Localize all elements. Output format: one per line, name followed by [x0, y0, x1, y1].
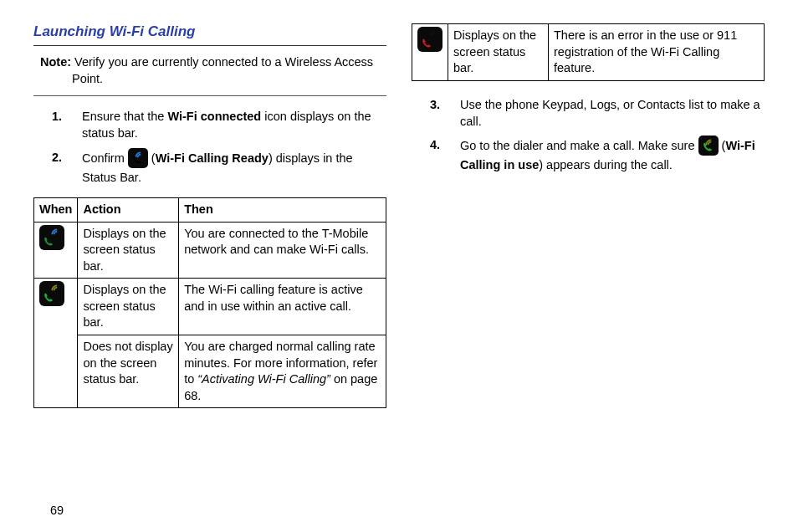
wifi-calling-inuse-icon	[698, 136, 719, 156]
action-cell: Displays on the screen status bar.	[78, 222, 179, 279]
col-action: Action	[78, 198, 179, 223]
wifi-calling-ready-icon	[128, 148, 148, 168]
step-item: 2. Confirm (Wi-Fi Calling Ready) display…	[52, 149, 386, 186]
step-body: Confirm (Wi-Fi Calling Ready) displays i…	[82, 151, 353, 184]
then-cell: You are charged normal calling rate minu…	[179, 335, 386, 407]
divider	[33, 95, 386, 96]
step-number: 1.	[52, 108, 62, 125]
step-number: 4.	[430, 136, 440, 153]
wifi-calling-ready-icon	[39, 225, 64, 250]
left-column: Launching Wi-Fi Calling Note: Verify you…	[33, 23, 386, 408]
right-column: Displays on the screen status bar. There…	[412, 23, 765, 408]
note-text-line2: Point.	[40, 71, 386, 88]
section-title: Launching Wi-Fi Calling	[33, 23, 386, 40]
bold-text: Wi-Fi Calling Ready	[156, 151, 269, 165]
col-then: Then	[179, 198, 386, 223]
step-item: 4. Go to the dialer and make a call. Mak…	[430, 136, 765, 173]
status-table-left: When Action Then Displays on the screen …	[33, 197, 386, 408]
action-cell: Displays on the screen status bar.	[448, 24, 549, 81]
table-row: Does not display on the screen status ba…	[34, 335, 386, 407]
note-label: Note:	[40, 55, 71, 69]
then-cell: You are connected to the T-Mobile networ…	[179, 222, 386, 279]
bold-text: Wi-Fi connected	[167, 110, 261, 123]
icon-cell	[34, 279, 78, 408]
action-cell: Does not display on the screen status ba…	[78, 335, 179, 407]
divider	[33, 45, 386, 46]
col-when: When	[34, 198, 78, 223]
action-cell: Displays on the screen status bar.	[78, 279, 179, 335]
italic-reference: “Activating Wi-Fi Calling”	[197, 372, 330, 386]
then-cell: There is an error in the use or 911 regi…	[549, 24, 765, 81]
steps-list-left: 1. Ensure that the Wi-Fi connected icon …	[33, 108, 386, 186]
table-row: Displays on the screen status bar. The W…	[34, 279, 386, 335]
step-item: 1. Ensure that the Wi-Fi connected icon …	[52, 108, 386, 142]
status-table-right: Displays on the screen status bar. There…	[412, 23, 765, 81]
step-item: 3. Use the phone Keypad, Logs, or Contac…	[430, 96, 765, 130]
note-text-line1: Verify you are currently connected to a …	[74, 55, 373, 69]
step-body: Go to the dialer and make a call. Make s…	[460, 139, 755, 171]
table-row: Displays on the screen status bar. There…	[412, 24, 765, 81]
note-block: Note: Verify you are currently connected…	[33, 54, 386, 87]
step-body: Ensure that the Wi-Fi connected icon dis…	[82, 110, 371, 140]
then-cell: The Wi-Fi calling feature is active and …	[179, 279, 386, 335]
icon-cell	[412, 24, 448, 81]
step-body: Use the phone Keypad, Logs, or Contacts …	[460, 98, 760, 128]
icon-cell	[34, 222, 78, 279]
page-number: 69	[50, 504, 64, 517]
step-number: 3.	[430, 96, 440, 113]
wifi-calling-error-icon	[417, 27, 442, 52]
table-row: Displays on the screen status bar. You a…	[34, 222, 386, 279]
wifi-calling-inuse-icon	[39, 281, 64, 306]
step-number: 2.	[52, 149, 62, 166]
table-header-row: When Action Then	[34, 198, 386, 223]
steps-list-right: 3. Use the phone Keypad, Logs, or Contac…	[412, 96, 765, 174]
